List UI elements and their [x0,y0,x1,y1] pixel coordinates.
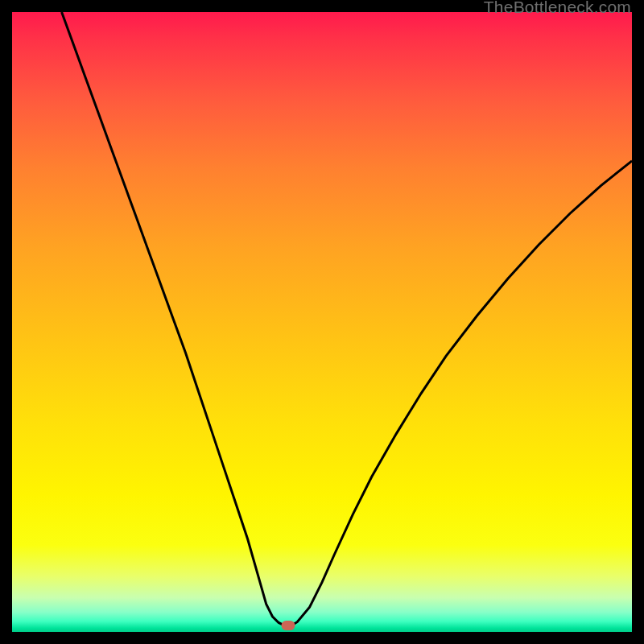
optimal-point-marker [281,621,295,630]
bottleneck-chart: TheBottleneck.com [0,0,644,644]
bottleneck-curve-line [62,12,632,625]
attribution-label: TheBottleneck.com [484,0,631,17]
chart-curve-layer [12,12,632,632]
frame-border-left [0,0,12,644]
frame-border-bottom [0,632,644,644]
frame-border-right [632,0,644,644]
